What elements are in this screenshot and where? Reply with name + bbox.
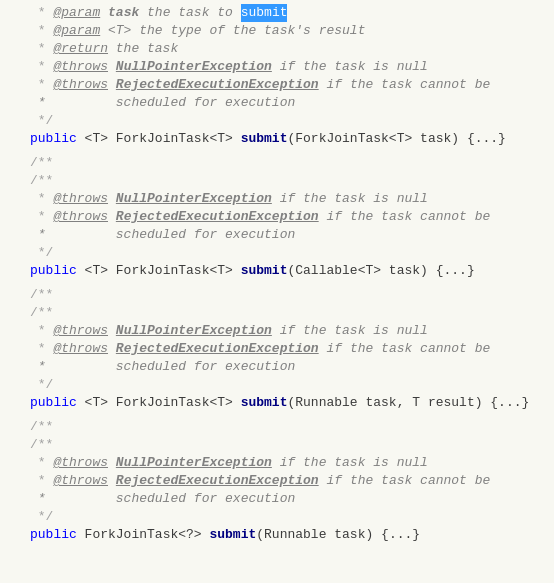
code-line: * @throws RejectedExecutionException if … — [0, 472, 554, 490]
code-line: public <T> ForkJoinTask<T> submit(Runnab… — [0, 394, 554, 412]
code-line: */ — [0, 244, 554, 262]
code-line: */ — [0, 376, 554, 394]
code-line: * scheduled for execution — [0, 226, 554, 244]
code-line: * scheduled for execution — [0, 94, 554, 112]
code-line: * @throws RejectedExecutionException if … — [0, 76, 554, 94]
code-line: /** — [0, 418, 554, 436]
code-line: * scheduled for execution — [0, 358, 554, 376]
code-line: * @throws RejectedExecutionException if … — [0, 340, 554, 358]
code-line: public <T> ForkJoinTask<T> submit(ForkJo… — [0, 130, 554, 148]
code-line: * @param task the task to submit — [0, 4, 554, 22]
code-line: */ — [0, 112, 554, 130]
code-line: /** — [0, 286, 554, 304]
code-line: /** — [0, 154, 554, 172]
code-line: /** — [0, 436, 554, 454]
code-line: * @throws NullPointerException if the ta… — [0, 454, 554, 472]
code-line: * scheduled for execution — [0, 490, 554, 508]
code-line: public ForkJoinTask<?> submit(Runnable t… — [0, 526, 554, 544]
code-line: * @throws NullPointerException if the ta… — [0, 322, 554, 340]
code-line: */ — [0, 508, 554, 526]
code-line: * @return the task — [0, 40, 554, 58]
code-line: * @throws NullPointerException if the ta… — [0, 190, 554, 208]
code-line: * @throws RejectedExecutionException if … — [0, 208, 554, 226]
code-line: * @throws NullPointerException if the ta… — [0, 58, 554, 76]
code-line: /** — [0, 172, 554, 190]
code-line: * @param <T> the type of the task's resu… — [0, 22, 554, 40]
code-view: * @param task the task to submit * @para… — [0, 0, 554, 583]
code-line: public <T> ForkJoinTask<T> submit(Callab… — [0, 262, 554, 280]
code-line: /** — [0, 304, 554, 322]
